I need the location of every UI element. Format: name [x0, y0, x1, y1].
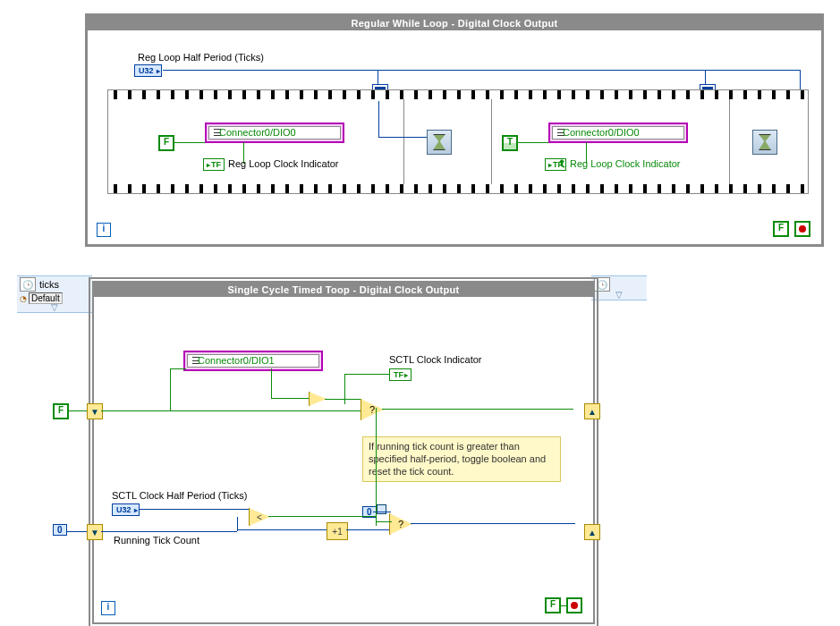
sr-init-zero[interactable]: 0 [53, 524, 67, 536]
timing-source-icon: ◔ [20, 294, 27, 303]
sctl-half-period-label: SCTL Clock Half Period (Ticks) [112, 490, 247, 501]
shift-register-left-icon[interactable]: ▼ [87, 524, 103, 540]
reg-half-period-control[interactable]: U32 [134, 64, 162, 77]
stop-terminal-icon[interactable] [794, 221, 810, 237]
iteration-terminal: i [97, 223, 111, 237]
regular-while-loop[interactable]: Regular While Loop - Digital Clock Outpu… [85, 13, 824, 247]
shift-register-right-icon[interactable]: ▲ [584, 524, 600, 540]
stop-false-constant[interactable]: F [773, 221, 789, 237]
dio-write-node[interactable]: Connector0/DIO1 [183, 351, 323, 371]
greater-than-icon[interactable]: < [249, 508, 270, 526]
sctl-timed-loop[interactable]: Single Cycle Timed Toop - Digital Clock … [89, 277, 598, 626]
chevron-down-icon[interactable]: ▽ [20, 304, 89, 311]
dio-resource: Connector0/DIO0 [208, 126, 341, 140]
dio-resource: Connector0/DIO0 [552, 126, 684, 140]
tf-indicator-icon[interactable]: TF [203, 158, 225, 171]
block-diagram: Regular While Loop - Digital Clock Outpu… [0, 0, 840, 626]
sctl-half-period-control[interactable]: U32 [112, 503, 140, 516]
true-constant[interactable]: T [502, 135, 518, 151]
reg-indicator-label: Reg Loop Clock Indicator [228, 158, 339, 169]
dio-write-node[interactable]: Connector0/DIO0 [205, 123, 344, 143]
clock-icon [20, 277, 36, 292]
timed-loop-left-node[interactable]: ticks ◔ Default ▽ [17, 275, 92, 313]
timed-loop-right-node[interactable]: ▽ [591, 275, 647, 300]
select-node-icon[interactable]: ? [361, 399, 384, 420]
chevron-down-icon[interactable]: ▽ [594, 292, 644, 299]
local-variable-icon: ⮬ [558, 157, 568, 168]
stop-terminal-icon[interactable] [566, 597, 582, 613]
comment-note: If running tick count is greater than sp… [362, 436, 561, 482]
iteration-terminal: i [101, 601, 115, 615]
coercion-dot-icon [377, 504, 386, 514]
shift-register-left-icon[interactable]: ▼ [87, 403, 103, 419]
wait-icon[interactable] [752, 130, 777, 155]
flat-sequence[interactable]: F Connector0/DIO0 TF Reg Loop Clock Indi… [107, 89, 809, 194]
sctl-title: Single Cycle Timed Toop - Digital Clock … [94, 283, 593, 297]
reg-indicator-local-label: Reg Loop Clock Indicator [570, 158, 681, 169]
stop-false-constant[interactable]: F [545, 597, 561, 613]
not-primitive-icon[interactable] [309, 392, 327, 406]
reg-half-period-label: Reg Loop Half Period (Ticks) [138, 52, 264, 63]
shift-register-right-icon[interactable]: ▲ [584, 403, 600, 419]
increment-icon[interactable]: +1 [327, 522, 348, 540]
dio-resource: Connector0/DIO1 [187, 354, 319, 368]
select-node-icon[interactable]: ? [389, 513, 412, 535]
sctl-indicator-icon[interactable]: TF [389, 368, 412, 381]
false-constant[interactable]: F [158, 135, 174, 151]
sr-init-false[interactable]: F [53, 403, 69, 419]
regular-loop-title: Regular While Loop - Digital Clock Outpu… [88, 16, 821, 30]
wait-icon[interactable] [427, 130, 452, 155]
sctl-indicator-label: SCTL Clock Indicator [389, 354, 482, 365]
running-tick-label: Running Tick Count [114, 535, 199, 546]
dio-write-node[interactable]: Connector0/DIO0 [548, 123, 688, 143]
ticks-label: ticks [39, 279, 59, 290]
